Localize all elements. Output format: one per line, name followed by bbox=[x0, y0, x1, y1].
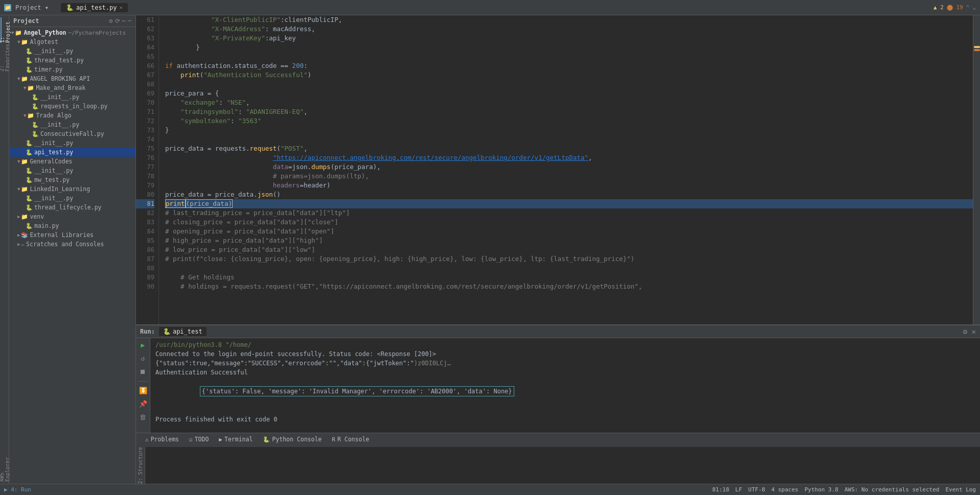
tree-root[interactable]: ▼ 📁 Angel_Python ~/PycharmProjects bbox=[9, 28, 135, 37]
tree-thread-lifecycle[interactable]: 🐍 thread_lifecycle.py bbox=[9, 203, 135, 212]
tree-main[interactable]: 🐍 main.py bbox=[9, 221, 135, 230]
tree-angel-api[interactable]: ▼ 📁 ANGEL BROKING API bbox=[9, 74, 135, 83]
code-line-75: price_data = requests.request("POST", bbox=[165, 144, 973, 153]
python-icon: 🐍 bbox=[263, 436, 270, 443]
run-side-toolbar: ▶ ↺ ⏹ ⏬ 📌 🗑 bbox=[136, 338, 150, 433]
code-line-63: "X-PrivateKey":api_key bbox=[165, 34, 973, 43]
status-aws[interactable]: AWS: No credentials selected bbox=[845, 486, 939, 493]
tree-make-break[interactable]: ▼ 📁 Make_and_Break bbox=[9, 83, 135, 92]
console-line-1: /usr/bin/python3.8 "/home/ bbox=[155, 340, 975, 349]
gear-icon[interactable]: ⚙ bbox=[109, 17, 112, 25]
project-title: Project bbox=[13, 17, 107, 25]
status-encoding[interactable]: UTF-8 bbox=[748, 486, 765, 493]
code-line-83: # closing_price = price_data["data"]["cl… bbox=[165, 218, 973, 227]
activity-favorites[interactable]: 2: Favorites bbox=[1, 45, 9, 70]
pin-button[interactable]: 📌 bbox=[138, 399, 148, 409]
code-line-81: print(price_data) bbox=[165, 199, 973, 208]
bottom-panel: Run: 🐍 api_test ⚙ ✕ ▶ ↺ ⏹ ⏬ 📌 🗑 bbox=[136, 324, 980, 447]
collapse-icon[interactable]: ⌄ bbox=[972, 4, 976, 11]
status-python[interactable]: Python 3.8 bbox=[805, 486, 838, 493]
code-line-73: } bbox=[165, 126, 973, 135]
run-tab-label: api_test bbox=[173, 328, 202, 335]
tree-ext-libs[interactable]: ▶ 📚 External Libraries bbox=[9, 230, 135, 240]
right-gutter bbox=[973, 15, 980, 324]
tree-scratches[interactable]: ▶ ✏ Scratches and Consoles bbox=[9, 240, 135, 249]
activity-project[interactable]: 1: Project bbox=[1, 17, 9, 43]
tab-problems[interactable]: ⚠ Problems bbox=[140, 434, 184, 446]
status-indent[interactable]: 4 spaces bbox=[771, 486, 799, 493]
code-container: 61 62 63 64 65 66 67 68 69 70 71 72 73 7… bbox=[136, 15, 980, 324]
code-line-69: price_para = { bbox=[165, 89, 973, 98]
code-line-77: data=json.dumps(price_para), bbox=[165, 162, 973, 172]
warning-badge[interactable]: ▲ 2 bbox=[933, 4, 944, 11]
tree-timer[interactable]: 🐍 timer.py bbox=[9, 65, 135, 74]
stop-button[interactable]: ⏹ bbox=[138, 367, 148, 377]
code-line-65 bbox=[165, 52, 973, 61]
code-line-68 bbox=[165, 80, 973, 89]
title-bar: 📁 Project ▾ 🐍 api_test.py ✕ ▲ 2 ⬤ 19 ⌃ ⌄ bbox=[0, 0, 980, 15]
tree-init-angel[interactable]: 🐍 __init__.py bbox=[9, 138, 135, 148]
run-settings-icon[interactable]: ⚙ ✕ bbox=[963, 327, 976, 336]
code-line-74 bbox=[165, 135, 973, 144]
tab-terminal[interactable]: ▶ Terminal bbox=[214, 434, 258, 446]
tree-general-codes[interactable]: ▼ 📁 GeneralCodes bbox=[9, 157, 135, 166]
settings-icon[interactable]: ⋯ bbox=[122, 17, 126, 25]
clear-button[interactable]: 🗑 bbox=[138, 412, 148, 422]
line-numbers: 61 62 63 64 65 66 67 68 69 70 71 72 73 7… bbox=[136, 15, 159, 324]
activity-aws[interactable]: AWS Explorer bbox=[1, 456, 9, 482]
tree-algotest[interactable]: ▼ 📁 Algotest bbox=[9, 37, 135, 46]
tab-close-icon[interactable]: ✕ bbox=[120, 5, 123, 10]
bottom-tabs: ⚠ Problems ☑ TODO ▶ Terminal 🐍 Python Co… bbox=[136, 433, 980, 447]
run-tab[interactable]: 🐍 api_test bbox=[159, 327, 207, 336]
file-tree: ▼ 📁 Angel_Python ~/PycharmProjects ▼ 📁 A… bbox=[9, 27, 135, 484]
code-line-67: print("Authentication Successful") bbox=[165, 70, 973, 80]
code-line-84: # opening_price = price_data["data"]["op… bbox=[165, 227, 973, 236]
sync-icon[interactable]: ⟳ bbox=[115, 17, 120, 25]
project-panel: Project ⚙ ⟳ ⋯ ─ ▼ 📁 Angel_Python ~/Pycha… bbox=[9, 15, 136, 484]
tree-linkedin[interactable]: ▼ 📁 LinkedIn_Learning bbox=[9, 184, 135, 194]
tab-python-console[interactable]: 🐍 Python Console bbox=[258, 434, 327, 446]
editor-tab-api-test[interactable]: 🐍 api_test.py ✕ bbox=[61, 3, 128, 12]
tree-thread-test[interactable]: 🐍 thread_test.py bbox=[9, 56, 135, 65]
tree-venv[interactable]: ▶ 📁 venv bbox=[9, 212, 135, 221]
run-button[interactable]: ▶ bbox=[138, 340, 148, 350]
run-number-tab[interactable]: ▶ 4: Run bbox=[4, 486, 31, 493]
tree-init-make[interactable]: 🐍 __init__.py bbox=[9, 92, 135, 102]
status-event-log[interactable]: Event Log bbox=[945, 486, 976, 493]
code-line-82: # last_trading_price = price_data["data"… bbox=[165, 208, 973, 218]
scroll-end-button[interactable]: ⏬ bbox=[138, 386, 148, 396]
rerun-button[interactable]: ↺ bbox=[138, 353, 148, 364]
tree-requests-loop[interactable]: 🐍 requests_in_loop.py bbox=[9, 102, 135, 111]
tree-init-trade[interactable]: 🐍 __init__.py bbox=[9, 120, 135, 129]
main-layout: 1: Project 2: Favorites AWS Explorer Pro… bbox=[0, 15, 980, 484]
status-line-ending[interactable]: LF bbox=[735, 486, 742, 493]
console-line-5: {'status': False, 'message': 'Invalid Ma… bbox=[155, 377, 975, 406]
tree-init-linkedin[interactable]: 🐍 __init__.py bbox=[9, 194, 135, 203]
expand-icon[interactable]: ⌃ bbox=[966, 4, 970, 11]
tree-init-general[interactable]: 🐍 __init__.py bbox=[9, 166, 135, 175]
tab-todo[interactable]: ☑ TODO bbox=[184, 434, 214, 446]
tree-mw-test[interactable]: 🐍 mw_test.py bbox=[9, 175, 135, 184]
code-line-76: "https://apiconnect.angelbroking.com/res… bbox=[165, 153, 973, 162]
tree-trade-algo[interactable]: ▼ 📁 Trade Algo bbox=[9, 111, 135, 120]
code-line-61: "X-ClientPublicIP":clientPublicIP, bbox=[165, 15, 973, 25]
status-position[interactable]: 81:18 bbox=[712, 486, 729, 493]
console-line-6 bbox=[155, 406, 975, 415]
code-line-88 bbox=[165, 264, 973, 273]
run-header: Run: 🐍 api_test ⚙ ✕ bbox=[136, 325, 980, 338]
error-badge[interactable]: ⬤ 19 bbox=[947, 4, 963, 11]
structure-tab[interactable]: 2: Structure bbox=[136, 447, 145, 484]
project-dropdown[interactable]: Project ▾ bbox=[15, 4, 49, 11]
tab-r-console[interactable]: R R Console bbox=[327, 434, 374, 446]
console-line-2: Connected to the login end-point success… bbox=[155, 349, 975, 359]
bottom-layout: ▶ ↺ ⏹ ⏬ 📌 🗑 /usr/bin/python3.8 "/home/ C… bbox=[136, 338, 980, 433]
console-line-7: Process finished with exit code 0 bbox=[155, 415, 975, 424]
minimize-icon[interactable]: ─ bbox=[128, 17, 131, 25]
code-line-90: # holdings = requests.request("GET","htt… bbox=[165, 282, 973, 291]
console-output[interactable]: /usr/bin/python3.8 "/home/ Connected to … bbox=[150, 338, 980, 433]
code-content[interactable]: "X-ClientPublicIP":clientPublicIP, "X-MA… bbox=[159, 15, 973, 324]
tree-api-test[interactable]: 🐍 api_test.py bbox=[9, 148, 135, 157]
tree-consfall[interactable]: 🐍 ConsecutiveFall.py bbox=[9, 129, 135, 138]
tree-init-algotest[interactable]: 🐍 __init__.py bbox=[9, 46, 135, 56]
project-header-icons: ⚙ ⟳ ⋯ ─ bbox=[109, 17, 131, 25]
